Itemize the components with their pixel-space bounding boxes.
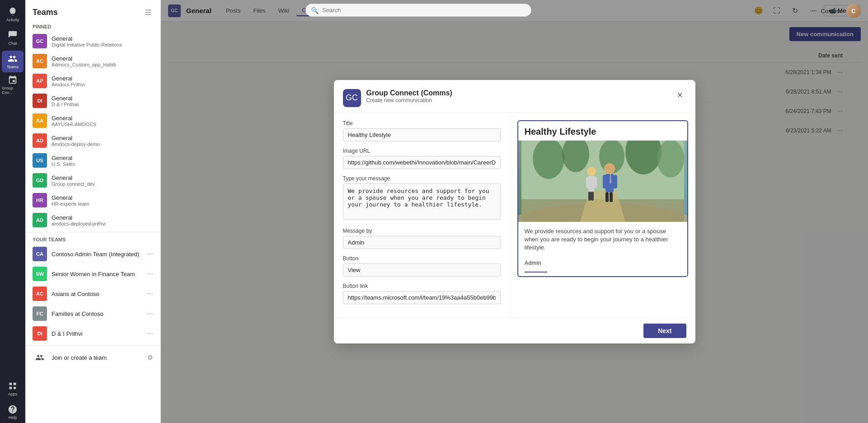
dialog-app-icon: GC (343, 89, 361, 107)
sidebar-item-groupconn[interactable]: Group Con... (2, 74, 23, 96)
team-avatar: DI (33, 94, 47, 108)
message-textarea[interactable]: We provide resources and support for you… (343, 183, 501, 220)
message-group: Type your message We provide resources a… (343, 175, 501, 221)
team-name: General (52, 155, 153, 161)
team-avatar: GC (33, 34, 47, 48)
team-name: Senior Women in Finance Team (52, 271, 143, 277)
pinned-team-item[interactable]: DI General D & I Prithwi (25, 91, 160, 111)
image-url-input[interactable] (343, 156, 501, 169)
sidebar-item-teams[interactable]: Teams (2, 51, 23, 72)
dialog: GC Group Connect (Comms) Create new comm… (334, 80, 695, 343)
next-button[interactable]: Next (643, 324, 686, 338)
preview-card: Healthy Lifestyle (517, 120, 688, 277)
svg-rect-17 (603, 175, 607, 188)
pinned-team-item[interactable]: AC General Admocs_Custom_app_Habib (25, 51, 160, 71)
sidebar-label-help: Help (9, 415, 17, 420)
preview-image (518, 141, 687, 222)
profile-area: ··· Contoso C (804, 0, 868, 22)
team-avatar: FC (33, 306, 47, 321)
sidebar-item-help[interactable]: Help (2, 401, 23, 423)
search-input[interactable] (305, 4, 531, 17)
team-name: General (52, 95, 153, 102)
button-group: Button (343, 255, 501, 277)
team-more-icon[interactable]: ··· (147, 250, 153, 258)
team-info: Families at Contoso (52, 310, 143, 317)
team-sub: Amdocs Prithvi (52, 82, 153, 87)
image-url-label: Image URL (343, 148, 501, 154)
pinned-team-item[interactable]: AD General Amdocs-deploy-demo (25, 131, 160, 150)
title-input[interactable] (343, 128, 501, 141)
your-team-item[interactable]: CA Contoso Admin Team (Integrated) ··· (25, 244, 160, 264)
pinned-team-item[interactable]: AP General Amdocs Prithvi (25, 71, 160, 91)
team-info: Contoso Admin Team (Integrated) (52, 251, 143, 258)
your-team-item[interactable]: DI D & I Prithvi ··· (25, 324, 160, 343)
team-more-icon[interactable]: ··· (147, 290, 153, 298)
sidebar-item-apps[interactable]: Apps (2, 378, 23, 400)
team-name: General (52, 75, 153, 82)
svg-rect-13 (588, 192, 591, 201)
dialog-close-button[interactable]: ✕ (674, 89, 686, 102)
message-label: Type your message (343, 175, 501, 182)
pinned-team-item[interactable]: HR General HR-experts team (25, 190, 160, 210)
team-sub: HR-experts team (52, 201, 153, 207)
dialog-title-block: Group Connect (Comms) Create new communi… (366, 89, 674, 103)
svg-rect-14 (591, 192, 594, 201)
team-sub: D & I Prithwi (52, 102, 153, 107)
message-by-group: Message by (343, 228, 501, 249)
preview-message: We provide resources and support for you… (518, 222, 687, 258)
svg-point-5 (657, 141, 684, 178)
message-by-label: Message by (343, 228, 501, 234)
team-info: General AAYUSHI-AMDOCS (52, 115, 153, 127)
team-more-icon[interactable]: ··· (147, 329, 153, 338)
your-team-item[interactable]: SW Senior Women in Finance Team ··· (25, 264, 160, 284)
your-teams-section-label: Your teams (25, 234, 160, 244)
pinned-team-item[interactable]: GC General Digital Initiative Public Rel… (25, 31, 160, 51)
team-avatar: SW (33, 267, 47, 281)
sidebar-item-activity[interactable]: Activity (2, 4, 23, 25)
preview-divider (525, 272, 547, 273)
image-url-group: Image URL (343, 148, 501, 169)
svg-point-9 (587, 167, 596, 176)
sidebar-label-activity: Activity (6, 18, 19, 22)
message-by-input[interactable] (343, 236, 501, 249)
dialog-form: Title Image URL Type your message We pro… (334, 113, 510, 318)
settings-icon[interactable]: ⚙ (147, 354, 153, 361)
team-avatar: DI (33, 326, 47, 341)
teams-header: Teams ☰ (25, 0, 160, 21)
your-team-item[interactable]: FC Families at Contoso ··· (25, 304, 160, 324)
team-info: General Admocs_Custom_app_Habib (52, 55, 153, 67)
profile-more-icon[interactable]: ··· (811, 7, 817, 15)
divider (25, 232, 160, 232)
team-more-icon[interactable]: ··· (147, 270, 153, 278)
team-sub: U.S. Sales (52, 161, 153, 167)
team-sub: Digital Initiative Public Relations (52, 42, 153, 47)
team-sub: Admocs_Custom_app_Habib (52, 62, 153, 67)
team-more-icon[interactable]: ··· (147, 310, 153, 318)
team-name: Asians at Contoso (52, 291, 143, 297)
your-team-item[interactable]: AC Asians at Contoso ··· (25, 284, 160, 304)
sidebar-label-teams: Teams (7, 65, 19, 69)
button-link-input[interactable] (343, 291, 501, 304)
dialog-footer: Next (334, 318, 695, 343)
teams-list: GC General Digital Initiative Public Rel… (25, 31, 160, 423)
pinned-team-item[interactable]: GD General Group connect_dev (25, 170, 160, 190)
team-name: General (52, 194, 153, 201)
team-avatar: AA (33, 113, 47, 128)
teams-menu-icon[interactable]: ☰ (143, 7, 153, 18)
dialog-title: Group Connect (Comms) (366, 89, 674, 97)
avatar: C (846, 4, 861, 18)
svg-rect-12 (593, 177, 597, 188)
pinned-team-item[interactable]: US General U.S. Sales (25, 150, 160, 170)
button-input[interactable] (343, 263, 501, 277)
team-name: General (52, 135, 153, 141)
pinned-team-item[interactable]: AD General amdocs-deployed-prithvi (25, 210, 160, 230)
dialog-header: GC Group Connect (Comms) Create new comm… (334, 80, 695, 113)
search-icon: 🔍 (311, 7, 319, 14)
sidebar-item-chat[interactable]: Chat (2, 27, 23, 49)
title-label: Title (343, 120, 501, 127)
profile-name: Contoso (821, 8, 843, 14)
team-name: D & I Prithvi (52, 330, 143, 337)
pinned-team-item[interactable]: AA General AAYUSHI-AMDOCS (25, 111, 160, 131)
join-create-team[interactable]: Join or create a team ⚙ (25, 348, 160, 367)
team-info: General Amdocs Prithvi (52, 75, 153, 87)
